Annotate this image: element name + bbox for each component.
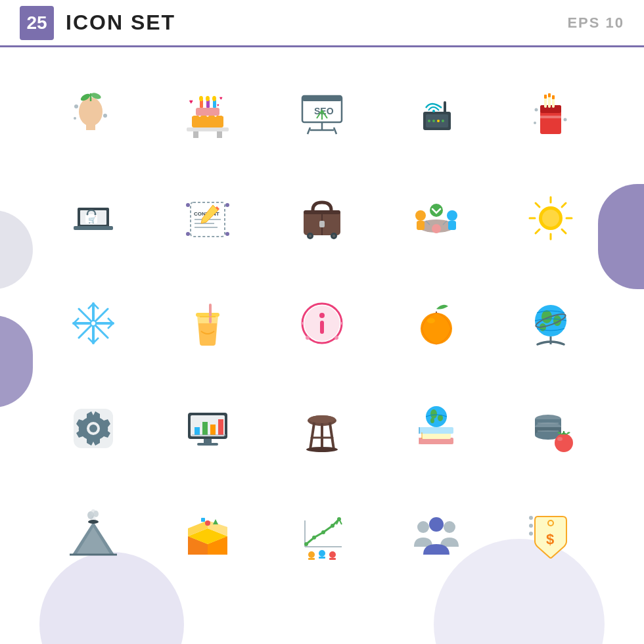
icon-cell-team-growth-chart (268, 488, 376, 580)
globe-books-icon (403, 396, 469, 461)
svg-point-193 (429, 517, 444, 532)
svg-point-197 (529, 516, 533, 520)
svg-point-81 (430, 204, 443, 217)
svg-rect-11 (192, 116, 223, 127)
svg-point-195 (549, 521, 553, 525)
svg-point-74 (333, 235, 335, 237)
svg-point-153 (430, 418, 434, 423)
svg-text:♥: ♥ (217, 103, 219, 107)
icon-cell-online-shopping: 🛒 (39, 172, 147, 264)
content-strategy-icon: CONTENT (175, 185, 241, 251)
header: 25 ICON SET EPS 10 (0, 0, 644, 47)
svg-rect-138 (204, 439, 212, 443)
eps-label: EPS 10 (567, 14, 624, 32)
database-tomato-icon (518, 396, 584, 461)
svg-line-27 (308, 127, 310, 134)
svg-point-54 (87, 214, 89, 216)
svg-line-91 (536, 229, 540, 233)
svg-line-89 (562, 229, 566, 233)
svg-rect-135 (210, 425, 216, 435)
svg-line-88 (536, 203, 540, 207)
svg-point-145 (306, 447, 338, 452)
birthday-cake-icon: ♥ ♥ ♥ (175, 80, 241, 146)
svg-rect-46 (540, 116, 561, 118)
svg-point-151 (430, 409, 437, 419)
icon-cell-birthday-cake: ♥ ♥ ♥ (154, 67, 262, 159)
luggage-bag-icon (289, 185, 355, 251)
svg-text:🛒: 🛒 (88, 216, 97, 224)
svg-point-33 (432, 120, 435, 122)
svg-rect-36 (444, 101, 446, 113)
orange-fruit-icon (403, 290, 469, 356)
svg-point-113 (319, 313, 325, 318)
svg-marker-177 (213, 519, 218, 524)
icon-cell-team-group (382, 488, 490, 580)
icon-cell-cigarette-box (497, 67, 605, 159)
svg-point-130 (89, 425, 97, 432)
svg-rect-149 (419, 427, 453, 434)
icon-set-number: 25 (20, 6, 54, 40)
svg-rect-186 (308, 558, 315, 560)
svg-rect-188 (319, 557, 325, 559)
svg-point-64 (225, 203, 229, 207)
svg-point-65 (186, 232, 190, 236)
svg-line-141 (310, 423, 314, 449)
icon-cell-database-tomato (497, 382, 605, 474)
svg-rect-134 (202, 422, 208, 435)
sun-icon (518, 185, 584, 251)
svg-text:SEO: SEO (314, 106, 334, 116)
svg-line-142 (330, 423, 334, 449)
svg-point-189 (329, 551, 336, 558)
svg-rect-23 (302, 96, 342, 101)
svg-point-80 (432, 224, 441, 233)
icon-cell-volcano (39, 488, 147, 580)
svg-point-37 (432, 110, 435, 112)
svg-rect-44 (548, 93, 551, 97)
svg-point-34 (437, 120, 440, 122)
svg-rect-1 (86, 124, 95, 130)
svg-point-5 (74, 104, 78, 108)
svg-point-187 (319, 550, 325, 557)
svg-point-180 (304, 542, 308, 546)
svg-point-35 (442, 120, 444, 122)
svg-point-48 (564, 118, 567, 122)
icon-cell-content-strategy: CONTENT (154, 172, 262, 264)
svg-point-191 (417, 521, 429, 533)
svg-point-107 (91, 321, 95, 325)
svg-point-6 (103, 114, 107, 118)
svg-text:♥: ♥ (219, 95, 223, 101)
settings-gear-icon (60, 396, 126, 461)
svg-point-198 (529, 524, 533, 528)
svg-rect-114 (320, 321, 324, 334)
svg-point-78 (447, 210, 457, 221)
svg-point-170 (88, 520, 99, 524)
svg-rect-79 (448, 221, 456, 230)
svg-point-192 (444, 521, 455, 533)
cigarette-box-icon (518, 80, 584, 146)
table-lamp-icon (289, 396, 355, 461)
team-group-icon (403, 501, 469, 566)
svg-point-76 (415, 210, 426, 221)
svg-point-183 (331, 524, 334, 528)
volcano-icon (60, 501, 126, 566)
svg-rect-10 (217, 131, 222, 138)
icon-cell-orange-fruit (382, 277, 490, 369)
svg-rect-57 (78, 226, 109, 230)
svg-point-17 (206, 96, 210, 101)
presentation-screen-icon (175, 396, 241, 461)
svg-rect-8 (187, 127, 229, 131)
svg-point-199 (529, 532, 533, 536)
svg-point-16 (199, 96, 203, 101)
wifi-router-icon (403, 80, 469, 146)
icon-cell-price-tag-dollar: $ (497, 488, 605, 580)
svg-rect-77 (417, 221, 425, 230)
svg-rect-133 (195, 427, 200, 435)
svg-point-66 (225, 232, 229, 236)
icon-cell-presentation-screen (154, 382, 262, 474)
svg-rect-108 (196, 313, 219, 317)
svg-point-7 (74, 117, 76, 120)
svg-rect-9 (193, 131, 198, 138)
svg-text:$: $ (546, 531, 554, 547)
svg-rect-70 (319, 221, 325, 227)
svg-point-49 (534, 122, 536, 124)
